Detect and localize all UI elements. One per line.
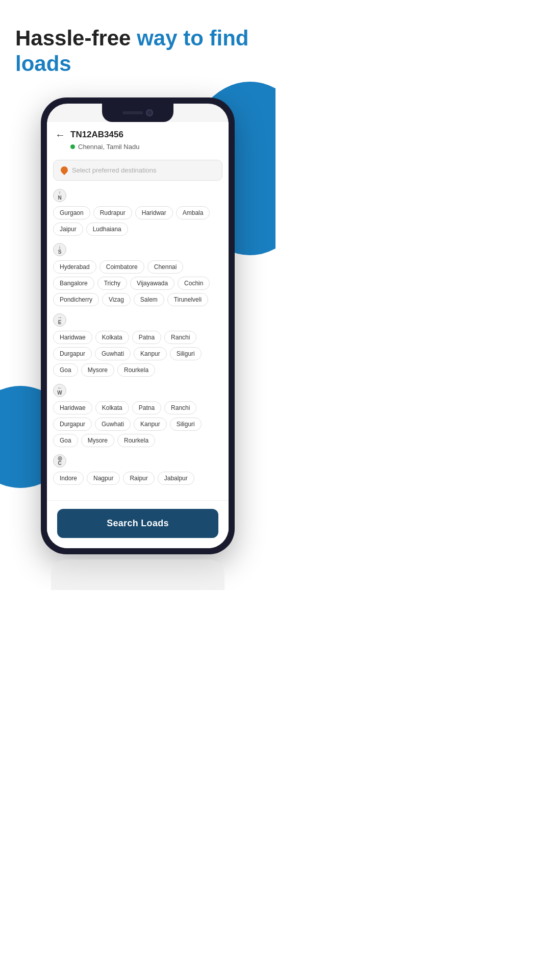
chip-tirunelveli[interactable]: Tirunelveli xyxy=(167,293,208,306)
chip-siliguri-east[interactable]: Siliguri xyxy=(170,347,202,360)
hero-heading: Hassle-free way to find loads xyxy=(15,26,260,77)
chip-guwhati-east[interactable]: Guwhati xyxy=(95,347,131,360)
direction-badge-south: ↓ S xyxy=(53,243,66,256)
direction-section-central: ◎ C Indore Nagpur Raipur Jabalpur xyxy=(53,454,222,485)
chip-rourkela-east[interactable]: Rourkela xyxy=(117,363,155,377)
chip-chennai[interactable]: Chennai xyxy=(147,260,184,274)
chip-kolkata-east[interactable]: Kolkata xyxy=(95,331,129,344)
phone-mockup: ← TN12AB3456 Chennai, Tamil Nadu Select … xyxy=(41,97,235,554)
chip-vijayawada[interactable]: Vijayawada xyxy=(130,277,174,290)
direction-header-west: ← W xyxy=(53,384,222,397)
chip-haridwae-east[interactable]: Haridwae xyxy=(53,331,92,344)
chip-indore[interactable]: Indore xyxy=(53,472,84,485)
chip-guwhati-west[interactable]: Guwhati xyxy=(95,418,131,431)
search-loads-button[interactable]: Search Loads xyxy=(57,509,218,538)
second-phone-peek xyxy=(51,559,224,590)
direction-badge-east: → E xyxy=(53,313,66,327)
header-back-row: ← TN12AB3456 xyxy=(55,129,220,141)
direction-badge-central: ◎ C xyxy=(53,454,66,468)
search-placeholder-text: Select preferred destinations xyxy=(72,166,156,174)
chip-ambala[interactable]: Ambala xyxy=(176,206,210,219)
chip-pondicherry[interactable]: Pondicherry xyxy=(53,293,99,306)
direction-section-west: ← W Haridwae Kolkata Patna Ranchi Durgap… xyxy=(53,384,222,447)
chip-kanpur-west[interactable]: Kanpur xyxy=(134,418,167,431)
chip-goa-east[interactable]: Goa xyxy=(53,363,78,377)
direction-header-central: ◎ C xyxy=(53,454,222,468)
chip-trichy[interactable]: Trichy xyxy=(97,277,127,290)
chip-gurgaon[interactable]: Gurgaon xyxy=(53,206,90,219)
search-pin-icon xyxy=(59,165,69,175)
destination-search-box[interactable]: Select preferred destinations xyxy=(53,160,222,181)
notch-speaker xyxy=(122,111,143,114)
chip-patna-east[interactable]: Patna xyxy=(132,331,161,344)
back-button[interactable]: ← xyxy=(55,129,65,141)
direction-header-south: ↓ S xyxy=(53,243,222,256)
location-dot xyxy=(70,144,75,149)
chip-jabalpur[interactable]: Jabalpur xyxy=(158,472,194,485)
app-header: ← TN12AB3456 Chennai, Tamil Nadu xyxy=(47,122,229,156)
direction-badge-north: ↑ N xyxy=(53,189,66,202)
chip-haridwae-west[interactable]: Haridwae xyxy=(53,401,92,414)
chip-siliguri-west[interactable]: Siliguri xyxy=(170,418,202,431)
chips-row-east: Haridwae Kolkata Patna Ranchi Durgapur G… xyxy=(53,331,222,377)
chip-mysore-west[interactable]: Mysore xyxy=(81,434,114,447)
chip-rourkela-west[interactable]: Rourkela xyxy=(117,434,155,447)
phone-screen: ← TN12AB3456 Chennai, Tamil Nadu Select … xyxy=(47,104,229,548)
phone-notch xyxy=(102,104,173,122)
direction-header-north: ↑ N xyxy=(53,189,222,202)
chip-hyderabad[interactable]: Hyderabad xyxy=(53,260,96,274)
chip-mysore-east[interactable]: Mysore xyxy=(81,363,114,377)
chips-row-south: Hyderabad Coimbatore Chennai Bangalore T… xyxy=(53,260,222,306)
bottom-action-bar: Search Loads xyxy=(47,500,229,548)
chip-bangalore[interactable]: Bangalore xyxy=(53,277,94,290)
chip-nagpur[interactable]: Nagpur xyxy=(87,472,120,485)
chip-goa-west[interactable]: Goa xyxy=(53,434,78,447)
chip-cochin[interactable]: Cochin xyxy=(178,277,210,290)
chip-vizag[interactable]: Vizag xyxy=(102,293,131,306)
vehicle-id: TN12AB3456 xyxy=(70,130,123,140)
chips-row-west: Haridwae Kolkata Patna Ranchi Durgapur G… xyxy=(53,401,222,447)
notch-camera xyxy=(146,109,153,116)
direction-badge-west: ← W xyxy=(53,384,66,397)
chips-row-central: Indore Nagpur Raipur Jabalpur xyxy=(53,472,222,485)
chip-ludhaiana[interactable]: Ludhaiana xyxy=(86,223,128,236)
direction-header-east: → E xyxy=(53,313,222,327)
location-text: Chennai, Tamil Nadu xyxy=(78,143,139,151)
chip-durgapur-east[interactable]: Durgapur xyxy=(53,347,92,360)
hero-prefix: Hassle-free xyxy=(15,26,137,50)
chip-ranchi-east[interactable]: Ranchi xyxy=(164,331,196,344)
location-row: Chennai, Tamil Nadu xyxy=(55,143,220,151)
chip-jaipur[interactable]: Jaipur xyxy=(53,223,83,236)
direction-section-east: → E Haridwae Kolkata Patna Ranchi Durgap… xyxy=(53,313,222,377)
chip-durgapur-west[interactable]: Durgapur xyxy=(53,418,92,431)
direction-section-north: ↑ N Gurgaon Rudrapur Haridwar Ambala Jai… xyxy=(53,189,222,236)
chip-kolkata-west[interactable]: Kolkata xyxy=(95,401,129,414)
chip-kanpur-east[interactable]: Kanpur xyxy=(134,347,167,360)
chip-rudrapur[interactable]: Rudrapur xyxy=(93,206,132,219)
chip-coimbatore[interactable]: Coimbatore xyxy=(99,260,144,274)
chip-ranchi-west[interactable]: Ranchi xyxy=(164,401,196,414)
direction-section-south: ↓ S Hyderabad Coimbatore Chennai Bangalo… xyxy=(53,243,222,306)
chips-row-north: Gurgaon Rudrapur Haridwar Ambala Jaipur … xyxy=(53,206,222,236)
destinations-container: ↑ N Gurgaon Rudrapur Haridwar Ambala Jai… xyxy=(47,187,229,500)
chip-haridwar[interactable]: Haridwar xyxy=(135,206,173,219)
chip-salem[interactable]: Salem xyxy=(134,293,164,306)
app-content: ← TN12AB3456 Chennai, Tamil Nadu Select … xyxy=(47,122,229,548)
chip-patna-west[interactable]: Patna xyxy=(132,401,161,414)
chip-raipur[interactable]: Raipur xyxy=(123,472,154,485)
